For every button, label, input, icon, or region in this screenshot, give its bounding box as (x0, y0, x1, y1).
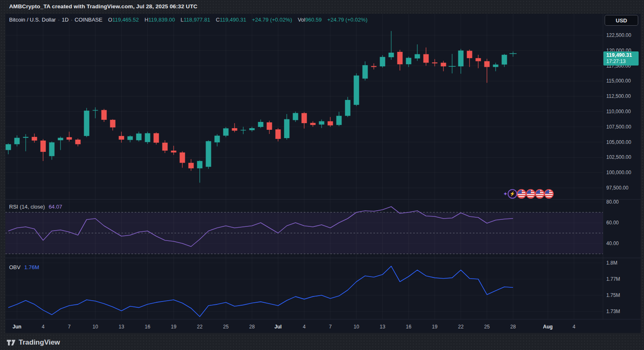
candle-body (241, 130, 246, 130)
candle-body (162, 143, 168, 151)
symbol-info-bar[interactable]: Bitcoin / U.S. Dollar·1D·COINBASE O119,4… (9, 17, 368, 23)
candle-body (197, 161, 203, 168)
candle-body (223, 128, 229, 136)
time-axis-label[interactable]: 16 (406, 324, 411, 330)
candle-body (380, 57, 385, 66)
interval-label[interactable]: 1D (62, 17, 69, 23)
candle-body (249, 128, 255, 130)
time-axis-label[interactable]: 22 (197, 324, 202, 330)
rsi-axis-label[interactable]: 40.00 (606, 241, 619, 246)
price-axis-label[interactable]: 115,000.00 (606, 78, 631, 84)
time-axis-label[interactable]: 4 (42, 324, 45, 330)
rsi-axis-label[interactable]: 60.00 (606, 220, 619, 226)
candle-body (276, 129, 281, 139)
candle-body (502, 55, 507, 65)
price-axis-label[interactable]: 112,500.00 (606, 93, 631, 99)
separator-dot: · (58, 17, 60, 23)
candle-body (424, 54, 429, 63)
price-axis-label[interactable]: 122,500.00 (606, 32, 631, 38)
candle-body (93, 110, 98, 110)
time-axis-label[interactable]: 25 (484, 324, 489, 330)
candle-body (41, 141, 46, 152)
rsi-params: (14, close) (20, 204, 45, 210)
time-axis-label[interactable]: Aug (543, 324, 552, 330)
us-flag-event-icon[interactable] (535, 189, 545, 199)
obv-axis-label[interactable]: 1.73M (606, 309, 620, 314)
flag-canton (536, 190, 540, 194)
time-axis-label[interactable]: 7 (329, 324, 332, 330)
candle-body (49, 142, 55, 156)
obv-value: 1.76M (24, 264, 39, 270)
candle-body (110, 120, 116, 127)
volume-value: 960.59 (305, 17, 322, 23)
us-flag-event-icon[interactable] (526, 189, 535, 199)
flag-canton (518, 190, 522, 194)
rsi-axis-label[interactable]: 80.00 (606, 199, 619, 205)
candle-body (84, 111, 90, 136)
tradingview-logo-icon (7, 340, 16, 346)
bar-countdown: 17:27:13 (606, 58, 639, 64)
price-axis-label[interactable]: 107,500.00 (606, 124, 631, 130)
separator-dot: · (71, 17, 73, 23)
time-axis-label[interactable]: 4 (303, 324, 306, 330)
open-value: 119,465.52 (112, 17, 139, 23)
time-axis-label[interactable]: 7 (68, 324, 71, 330)
candle-body (441, 63, 446, 66)
price-axis-label[interactable]: 97,500.00 (606, 185, 628, 191)
price-axis-label[interactable]: 100,000.00 (606, 170, 631, 175)
obv-axis-label[interactable]: 1.77M (606, 276, 620, 282)
candle-body (32, 137, 37, 141)
obv-title[interactable]: OBV (9, 264, 20, 270)
chart-panel-bg (5, 14, 641, 333)
time-axis-label[interactable]: Jul (274, 324, 281, 330)
currency-toggle-button[interactable]: USD (605, 15, 638, 26)
candle-body (449, 66, 456, 67)
time-axis-label[interactable]: 28 (510, 324, 516, 330)
candle-body (23, 137, 29, 138)
candle-body (319, 121, 324, 124)
tradingview-logo[interactable]: TradingView (7, 337, 60, 348)
high-label: H (145, 17, 148, 23)
candle-body (406, 58, 412, 64)
us-flag-event-icon[interactable] (517, 189, 526, 199)
sparkle-icon: ✦ (503, 191, 508, 197)
candle-body (302, 113, 307, 123)
candle-body (458, 51, 464, 66)
candle-body (345, 100, 351, 116)
candle-body (6, 144, 11, 150)
time-axis-label[interactable]: 28 (249, 324, 254, 330)
rsi-legend[interactable]: RSI(14, close)64.07 (9, 204, 62, 210)
rsi-title[interactable]: RSI (9, 204, 18, 210)
candle-body (389, 53, 394, 57)
lightning-event-icon[interactable]: ⚡ (508, 189, 517, 199)
time-axis-label[interactable]: Jun (12, 324, 21, 330)
candle-body (363, 65, 368, 78)
candle-body (337, 116, 342, 125)
time-axis-label[interactable]: 19 (171, 324, 176, 330)
time-axis-label[interactable]: 13 (119, 324, 124, 330)
time-axis-label[interactable]: 4 (573, 324, 576, 330)
obv-axis-label[interactable]: 1.8M (606, 260, 617, 266)
time-axis-label[interactable]: 10 (92, 324, 98, 330)
obv-axis-label[interactable]: 1.75M (606, 292, 620, 298)
price-axis-label[interactable]: 102,500.00 (606, 154, 631, 160)
obv-legend[interactable]: OBV1.76M (9, 264, 39, 270)
price-axis-label[interactable]: 110,000.00 (606, 109, 631, 114)
candle-body (171, 151, 177, 152)
price-axis-label[interactable]: 105,000.00 (606, 139, 631, 145)
time-axis-label[interactable]: 19 (432, 324, 437, 330)
candle-body (180, 153, 185, 163)
candle-body (397, 52, 403, 64)
flag-canton (527, 190, 531, 194)
chart-canvas[interactable] (0, 0, 644, 350)
symbol-name[interactable]: Bitcoin / U.S. Dollar (9, 17, 56, 23)
candle-body (493, 65, 499, 67)
time-axis-label[interactable]: 25 (223, 324, 228, 330)
time-axis-label[interactable]: 10 (353, 324, 359, 330)
time-axis-label[interactable]: 22 (458, 324, 463, 330)
exchange-label: COINBASE (75, 17, 102, 23)
candle-body (258, 122, 264, 127)
us-flag-event-icon[interactable] (544, 189, 554, 199)
time-axis-label[interactable]: 13 (380, 324, 385, 330)
time-axis-label[interactable]: 16 (145, 324, 150, 330)
